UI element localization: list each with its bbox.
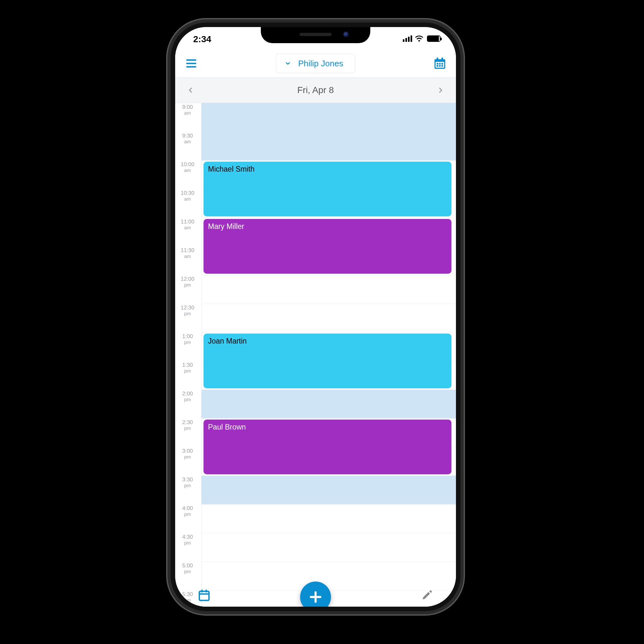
- status-icons: [403, 35, 440, 42]
- svg-rect-9: [441, 65, 443, 67]
- chevron-down-icon: [285, 60, 291, 67]
- time-label: 4:30pm: [175, 534, 200, 545]
- date-navigation: Fri, Apr 8: [175, 77, 456, 103]
- time-label: 9:00am: [175, 104, 200, 116]
- svg-rect-4: [437, 63, 438, 64]
- chevron-right-icon: [437, 87, 444, 94]
- plus-icon: [308, 590, 323, 604]
- calendar-button[interactable]: [433, 56, 447, 71]
- event-block[interactable]: Joan Martin: [204, 334, 451, 388]
- svg-rect-2: [437, 58, 438, 60]
- svg-rect-10: [199, 591, 209, 600]
- wifi-icon: [415, 35, 424, 42]
- time-label: 3:30pm: [175, 477, 200, 488]
- time-label: 2:30pm: [175, 420, 200, 431]
- grid-line: [202, 533, 456, 533]
- notch: [261, 27, 370, 43]
- pencil-icon: [421, 589, 433, 601]
- calendar-tab-button[interactable]: [196, 587, 212, 603]
- time-label: 12:00pm: [175, 276, 200, 288]
- time-column: 9:00am9:30am10:00am10:30am11:00am11:30am…: [175, 103, 202, 607]
- svg-rect-1: [436, 62, 444, 68]
- edit-tab-button[interactable]: [419, 587, 435, 603]
- next-day-button[interactable]: [434, 84, 447, 97]
- busy-zone: [202, 476, 456, 504]
- event-block[interactable]: Mary Miller: [204, 219, 451, 274]
- svg-rect-6: [441, 63, 443, 64]
- power-button: [460, 162, 460, 220]
- front-camera: [343, 32, 349, 37]
- event-block[interactable]: Michael Smith: [204, 162, 451, 216]
- calendar-outline-icon: [198, 589, 211, 601]
- time-label: 9:30am: [175, 133, 200, 144]
- time-label: 1:00pm: [175, 334, 200, 345]
- time-label: 3:00pm: [175, 448, 200, 459]
- grid-line: [202, 504, 456, 505]
- hamburger-icon: [185, 58, 197, 69]
- calendar-body[interactable]: 9:00am9:30am10:00am10:30am11:00am11:30am…: [175, 103, 456, 607]
- calendar-icon: [433, 57, 446, 70]
- cellular-signal-icon: [403, 35, 412, 42]
- mute-switch: [171, 120, 171, 140]
- user-picker-name: Philip Jones: [298, 59, 343, 69]
- time-label: 10:30am: [175, 190, 200, 202]
- time-label: 2:00pm: [175, 391, 200, 402]
- app-header: Philip Jones: [175, 50, 456, 77]
- time-label: 1:30pm: [175, 362, 200, 374]
- events-column: Michael SmithMary MillerJoan MartinPaul …: [202, 103, 456, 607]
- speaker-grill: [299, 33, 332, 36]
- time-label: 11:00am: [175, 219, 200, 230]
- chevron-left-icon: [187, 87, 194, 94]
- battery-icon: [427, 35, 440, 42]
- svg-rect-3: [441, 58, 443, 60]
- time-label: 5:00pm: [175, 563, 200, 574]
- busy-zone: [202, 390, 456, 418]
- volume-down-button: [171, 200, 171, 238]
- user-picker[interactable]: Philip Jones: [276, 54, 355, 73]
- time-label: 11:30am: [175, 248, 200, 259]
- screen: 2:34 Philip Jones Fri, Apr 8: [175, 27, 456, 607]
- time-label: 10:00am: [175, 162, 200, 173]
- grid-line: [202, 160, 456, 161]
- volume-up-button: [171, 153, 171, 191]
- current-date-label: Fri, Apr 8: [297, 85, 334, 95]
- grid-line: [202, 562, 456, 562]
- grid-line: [202, 418, 456, 419]
- phone-frame: 2:34 Philip Jones Fri, Apr 8: [171, 23, 460, 611]
- grid-line: [202, 218, 456, 218]
- svg-rect-8: [439, 65, 441, 67]
- svg-rect-7: [437, 65, 438, 67]
- time-label: 4:00pm: [175, 506, 200, 517]
- event-block[interactable]: Paul Brown: [204, 420, 451, 474]
- svg-rect-5: [439, 63, 441, 64]
- menu-button[interactable]: [184, 56, 198, 71]
- time-label: 12:30pm: [175, 305, 200, 316]
- busy-zone: [202, 103, 456, 160]
- status-time: 2:34: [193, 34, 211, 44]
- grid-line: [202, 304, 456, 304]
- grid-line: [202, 275, 456, 275]
- grid-line: [202, 332, 456, 333]
- previous-day-button[interactable]: [184, 84, 197, 97]
